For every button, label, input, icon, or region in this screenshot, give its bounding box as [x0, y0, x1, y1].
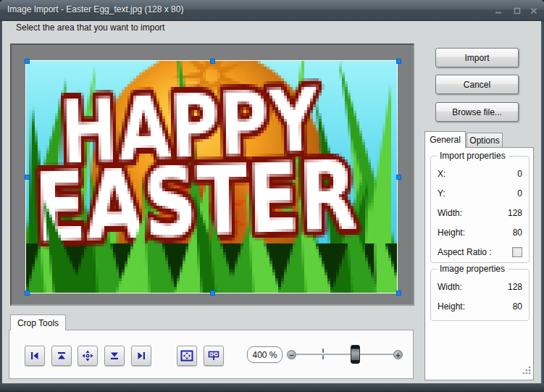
property-label: Height: — [438, 228, 465, 238]
image-import-dialog: Image Import - Easter Egg_text.jpg (128 … — [0, 0, 544, 392]
property-row-image-height: Height: 80 — [431, 296, 529, 316]
property-row-x: X: 0 — [431, 164, 529, 183]
zoom-slider-tick — [322, 349, 324, 359]
property-row-width: Width: 128 — [431, 203, 529, 222]
resize-grip-icon — [522, 365, 532, 375]
close-button[interactable] — [527, 5, 541, 17]
image-properties-legend: Image properties — [437, 264, 508, 274]
tab-options[interactable]: Options — [466, 133, 503, 147]
window-title: Image Import - Easter Egg_text.jpg (128 … — [7, 4, 183, 14]
import-properties-group: Import properties X: 0 Y: 0 Width: 128 H… — [430, 156, 530, 263]
fit-selection-icon — [180, 349, 193, 362]
minimize-button[interactable] — [491, 5, 506, 17]
maximize-icon — [514, 7, 521, 14]
zoom-in-button[interactable]: + — [393, 350, 403, 359]
move-center-icon — [82, 350, 93, 362]
property-value: 80 — [513, 228, 522, 238]
property-row-image-width: Width: 128 — [431, 277, 529, 296]
selection-handle-se[interactable] — [396, 291, 401, 296]
import-button[interactable]: Import — [435, 48, 519, 67]
property-label: Width: — [438, 208, 462, 218]
property-value: 0 — [517, 169, 522, 179]
selection-handle-n[interactable] — [210, 59, 215, 64]
import-properties-legend: Import properties — [437, 151, 509, 161]
selection-handle-w[interactable] — [25, 175, 30, 180]
window-border-bottom — [0, 383, 544, 392]
easter-egg-image — [26, 61, 397, 293]
window-border-right — [541, 21, 544, 392]
move-selection-bottom-button[interactable] — [104, 346, 125, 366]
preview-panel — [10, 43, 414, 306]
selection-handle-nw[interactable] — [25, 59, 30, 64]
selection-handle-e[interactable] — [396, 175, 401, 180]
aspect-ratio-label: Aspect Ratio : — [438, 247, 492, 257]
tab-general[interactable]: General — [424, 131, 466, 148]
instruction-label: Select the area that you want to import — [16, 22, 164, 33]
minimize-icon — [495, 7, 502, 14]
zoom-slider-track[interactable] — [296, 354, 393, 355]
selection-handle-ne[interactable] — [396, 59, 401, 64]
zoom-out-button[interactable]: − — [287, 350, 296, 359]
crop-tools-panel: 400 % − + — [9, 330, 414, 379]
preview-image[interactable] — [25, 60, 398, 293]
property-value: 128 — [508, 282, 522, 292]
property-label: Width: — [438, 282, 462, 292]
move-selection-top-button[interactable] — [51, 346, 72, 366]
resize-grip[interactable] — [522, 365, 532, 378]
move-selection-left-button[interactable] — [25, 346, 45, 366]
zoom-value-field[interactable]: 400 % — [247, 346, 283, 363]
property-row-y: Y: 0 — [431, 183, 529, 203]
property-value: 128 — [508, 208, 522, 218]
move-right-icon — [135, 350, 147, 362]
preview-position-button[interactable] — [204, 346, 224, 366]
property-value: 0 — [517, 188, 522, 199]
maximize-button[interactable] — [510, 5, 524, 17]
image-properties-group: Image properties Width: 128 Height: 80 — [430, 269, 530, 321]
cancel-button[interactable]: Cancel — [435, 75, 519, 94]
property-label: X: — [438, 169, 445, 179]
move-selection-center-button[interactable] — [78, 346, 98, 366]
selection-handle-sw[interactable] — [25, 291, 30, 296]
move-bottom-icon — [109, 350, 120, 362]
title-bar[interactable]: Image Import - Easter Egg_text.jpg (128 … — [0, 0, 544, 21]
fit-selection-button[interactable] — [177, 346, 197, 366]
preview-position-icon — [207, 349, 220, 362]
move-selection-right-button[interactable] — [131, 346, 151, 366]
close-icon — [530, 7, 537, 14]
move-top-icon — [56, 350, 67, 362]
browse-file-button[interactable]: Browse file... — [435, 102, 519, 122]
zoom-slider-thumb[interactable] — [351, 345, 360, 364]
crop-tools-tab[interactable]: Crop Tools — [10, 314, 66, 330]
window-border-left — [0, 21, 2, 392]
property-value: 80 — [513, 301, 522, 312]
general-tab-panel: Import properties X: 0 Y: 0 Width: 128 H… — [424, 147, 534, 380]
move-left-icon — [29, 350, 41, 362]
property-label: Height: — [438, 301, 465, 312]
aspect-ratio-checkbox[interactable] — [512, 247, 522, 257]
property-label: Y: — [438, 188, 445, 199]
property-row-aspect-ratio: Aspect Ratio : — [431, 242, 529, 262]
selection-handle-s[interactable] — [210, 291, 215, 296]
property-row-height: Height: 80 — [431, 222, 529, 242]
